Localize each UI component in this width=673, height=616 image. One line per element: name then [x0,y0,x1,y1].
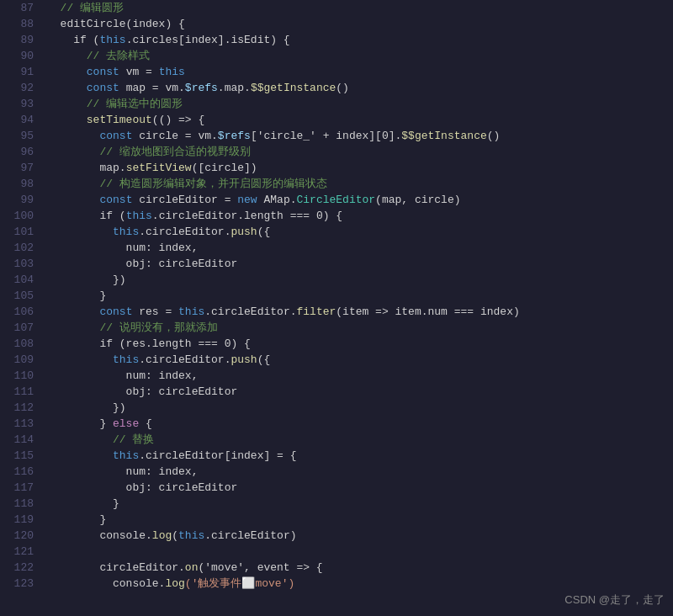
code-line: num: index, [47,368,673,384]
code-token: this [113,224,139,240]
code-token: $refs [185,80,218,96]
code-line: if (this.circles[index].isEdit) { [47,32,673,48]
code-token [47,80,87,96]
code-token: (() => { [152,112,204,128]
code-token [47,128,99,144]
line-number: 111 [0,384,34,400]
code-token: this [178,304,204,320]
code-area[interactable]: // 编辑圆形 editCircle(index) { if (this.cir… [40,0,673,616]
code-line: if (this.circleEditor.length === 0) { [47,208,673,224]
code-line: // 编辑选中的圆形 [47,96,673,112]
line-number: 100 [0,208,34,224]
line-number: 88 [0,16,34,32]
line-number: 116 [0,464,34,480]
line-number: 106 [0,304,34,320]
line-number: 105 [0,288,34,304]
code-token: // 编辑圆形 [47,0,124,16]
code-token: ['circle_' + index][0]. [251,128,401,144]
code-token [47,112,87,128]
code-token: } [47,288,106,304]
code-line: circleEditor.on('move', event => { [47,560,673,576]
code-token: ('move', event => { [198,560,322,576]
code-token: this [113,352,139,368]
code-token: if ( [47,32,99,48]
code-token: .circleEditor. [139,352,231,368]
code-token: push [231,352,257,368]
code-token: // 缩放地图到合适的视野级别 [47,144,251,160]
line-number: 96 [0,144,34,160]
code-line: const vm = this [47,64,673,80]
code-token [47,352,113,368]
code-token: else [113,416,139,432]
code-token: .map. [218,80,251,96]
code-token: filter [296,304,336,320]
code-token: num: index, [47,240,198,256]
line-number: 110 [0,368,34,384]
code-line: if (res.length === 0) { [47,336,673,352]
code-token: const [99,192,132,208]
code-token: editCircle(index) { [47,16,185,32]
code-token: const [99,128,132,144]
line-number: 120 [0,528,34,544]
line-number: 107 [0,320,34,336]
code-token: obj: circleEditor [47,384,237,400]
line-number: 123 [0,576,34,592]
code-line: }) [47,400,673,416]
line-number: 95 [0,128,34,144]
code-token: this [126,208,152,224]
line-number: 101 [0,224,34,240]
code-token: .circleEditor[index] = { [139,448,296,464]
code-token: (map, circle) [375,192,460,208]
line-number: 93 [0,96,34,112]
code-line: // 去除样式 [47,48,673,64]
code-line: // 构造圆形编辑对象，并开启圆形的编辑状态 [47,176,673,192]
code-token: this [159,64,185,80]
code-token: // 替换 [47,432,154,448]
code-line: } [47,496,673,512]
code-token: console. [47,528,152,544]
watermark: CSDN @走了，走了 [564,592,665,608]
code-line: map.setFitView([circle]) [47,160,673,176]
code-token: setTimeout [87,112,152,128]
code-token: ⬜ [241,576,255,592]
line-number: 113 [0,416,34,432]
code-token: ( [172,528,178,544]
code-token: } [47,496,119,512]
code-line: console.log('触发事件⬜move') [47,576,673,592]
code-token: map. [47,160,126,176]
code-token: obj: circleEditor [47,256,237,272]
code-token: obj: circleEditor [47,480,237,496]
code-line: // 替换 [47,432,673,448]
code-line: } [47,512,673,528]
code-token: ({ [257,224,271,240]
code-token: { [139,416,152,432]
code-line: // 说明没有，那就添加 [47,320,673,336]
code-token: } [47,416,113,432]
code-token: // 去除样式 [47,48,150,64]
code-token [47,192,99,208]
code-token: log [152,528,172,544]
code-line: setTimeout(() => { [47,112,673,128]
code-token: num: index, [47,368,198,384]
code-line: obj: circleEditor [47,480,673,496]
code-line: num: index, [47,240,673,256]
code-line: const circle = vm.$refs['circle_' + inde… [47,128,673,144]
code-token: ([circle]) [192,160,257,176]
code-token: }) [47,272,126,288]
code-token: on [185,560,199,576]
code-token: (item => item.num === index) [336,304,519,320]
line-number: 97 [0,160,34,176]
code-token: CircleEditor [296,192,375,208]
line-number: 103 [0,256,34,272]
line-number: 98 [0,176,34,192]
code-token: $$getInstance [401,128,486,144]
code-token: this [178,528,204,544]
code-token: const [99,304,132,320]
line-number: 115 [0,448,34,464]
line-number: 117 [0,480,34,496]
code-token: this [113,448,139,464]
code-token: new [237,192,257,208]
line-number: 90 [0,48,34,64]
code-line: } [47,288,673,304]
line-number: 114 [0,432,34,448]
